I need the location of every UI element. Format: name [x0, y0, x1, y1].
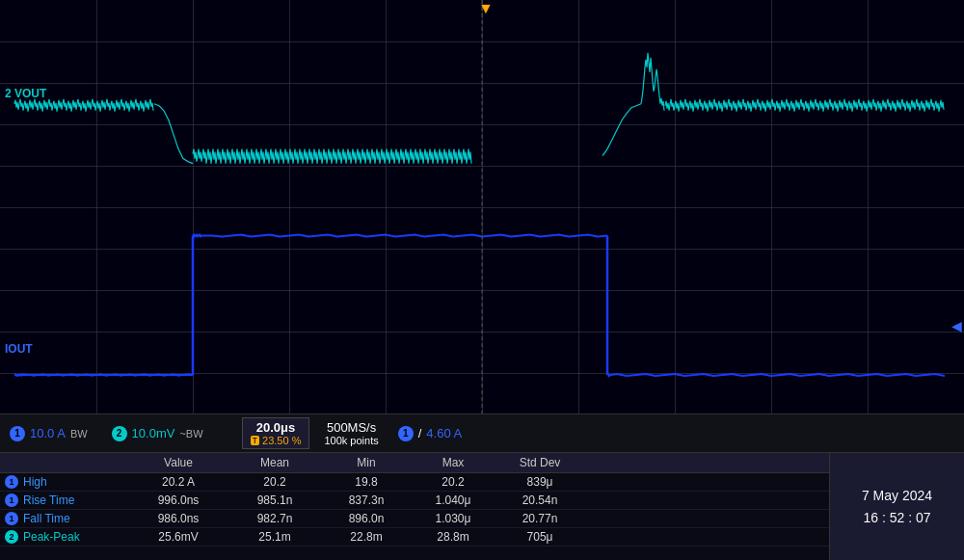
stats-row-high: 1 High 20.2 A 20.2 19.8 20.2 839μ [0, 473, 829, 492]
datetime-box: 7 May 2024 16 : 52 : 07 [829, 453, 964, 560]
info-bar: 1 10.0 A BW 2 10.0mV ~BW 20.0μs T 23.50 … [0, 414, 964, 453]
stats-metric-fall: Fall Time [23, 512, 70, 525]
stats-area: Value Mean Min Max Std Dev 1 High 20.2 A… [0, 453, 964, 560]
ch1-position-arrow: ◀ [951, 318, 962, 333]
stats-metric-high: High [23, 475, 47, 489]
fall-stddev: 20.77n [496, 512, 583, 525]
rise-value: 996.0ns [130, 493, 227, 507]
ch1-dot[interactable]: 1 [10, 426, 25, 441]
ch2-scale[interactable]: 10.0mV [132, 426, 175, 440]
rise-stddev: 20.54n [496, 493, 583, 507]
time-per-div: 20.0μs [256, 420, 296, 435]
ch1-dot-rise: 1 [5, 493, 18, 507]
trigger-percent: T 23.50 % [251, 435, 302, 446]
waveform-svg: ▼ [0, 0, 964, 413]
ch1-coupling-dot[interactable]: 1 [398, 426, 414, 441]
ch1-dot-high: 1 [5, 475, 18, 489]
ch1-waveform-low-right [607, 374, 945, 376]
col-header-value: Value [130, 456, 227, 469]
ch2-bw: ~BW [179, 428, 202, 440]
ch2-waveform-mid [193, 149, 471, 164]
oscilloscope: ▼ 2 VOUT IOUT ◀ 1 10.0 A BW 2 10.0mV ~BW [0, 0, 964, 560]
measure-readout: 4.60 A [426, 426, 462, 440]
trigger-marker-text: ▼ [478, 0, 494, 16]
fall-max: 1.030μ [410, 512, 496, 525]
rise-mean: 985.1n [227, 493, 323, 507]
sample-info: 500MS/s 100k points [324, 420, 378, 446]
ch1-info: 1 10.0 A BW [10, 426, 88, 441]
ch2-label: 2 VOUT [5, 87, 46, 100]
stats-label-rise: 1 Rise Time [5, 493, 130, 507]
ch2-waveform-right [665, 99, 944, 112]
stats-label-high: 1 High [5, 475, 130, 489]
ch2-info: 2 10.0mV ~BW [112, 426, 203, 441]
time-div-info: 20.0μs T 23.50 % [242, 417, 310, 449]
high-stddev: 839μ [496, 475, 583, 489]
stats-row-fall: 1 Fall Time 986.0ns 982.7n 896.0n 1.030μ… [0, 510, 829, 528]
high-min: 19.8 [323, 475, 410, 489]
ch1-bw: BW [70, 428, 88, 440]
stats-metric-rise: Rise Time [23, 493, 74, 507]
ch1-scale[interactable]: 10.0 A [30, 426, 66, 440]
ch1-coupling-info: 1 / 4.60 A [398, 426, 463, 441]
stats-table: Value Mean Min Max Std Dev 1 High 20.2 A… [0, 453, 829, 560]
fall-min: 896.0n [323, 512, 410, 525]
coupling-symbol: / [418, 426, 422, 440]
stats-metric-pp: Peak-Peak [23, 530, 80, 544]
col-header-max: Max [410, 456, 496, 469]
pp-value: 25.6mV [130, 530, 227, 544]
date-line: 7 May 2024 [862, 485, 932, 506]
ch1-label: IOUT [5, 342, 33, 356]
stats-label-pp: 2 Peak-Peak [5, 530, 130, 544]
sample-rate: 500MS/s [327, 420, 376, 435]
ch2-dot[interactable]: 2 [112, 426, 127, 441]
ch1-dot-fall: 1 [5, 512, 18, 525]
pp-max: 28.8m [410, 530, 496, 544]
trigger-icon: T [251, 436, 260, 445]
col-header-min: Min [323, 456, 410, 469]
stats-header: Value Mean Min Max Std Dev [0, 453, 829, 473]
rise-min: 837.3n [323, 493, 410, 507]
time-line: 16 : 52 : 07 [862, 507, 932, 528]
high-max: 20.2 [410, 475, 496, 489]
high-value: 20.2 A [130, 475, 227, 489]
stats-row-rise: 1 Rise Time 996.0ns 985.1n 837.3n 1.040μ… [0, 492, 829, 510]
pp-min: 22.8m [323, 530, 410, 544]
datetime-display: 7 May 2024 16 : 52 : 07 [862, 485, 932, 528]
high-mean: 20.2 [227, 475, 323, 489]
waveform-display: ▼ 2 VOUT IOUT ◀ [0, 0, 964, 414]
fall-value: 986.0ns [130, 512, 227, 525]
ch1-waveform-high [193, 234, 607, 236]
pp-mean: 25.1m [227, 530, 323, 544]
sample-points: 100k points [324, 435, 378, 446]
ch2-waveform-left [14, 99, 153, 112]
stats-label-fall: 1 Fall Time [5, 512, 130, 525]
stats-row-pp: 2 Peak-Peak 25.6mV 25.1m 22.8m 28.8m 705… [0, 528, 829, 547]
ch2-dot-pp: 2 [5, 530, 18, 544]
pp-stddev: 705μ [496, 530, 583, 544]
col-header-mean: Mean [227, 456, 323, 469]
col-header-stddev: Std Dev [496, 456, 583, 469]
fall-mean: 982.7n [227, 512, 323, 525]
rise-max: 1.040μ [410, 493, 496, 507]
col-header-label [5, 456, 130, 469]
